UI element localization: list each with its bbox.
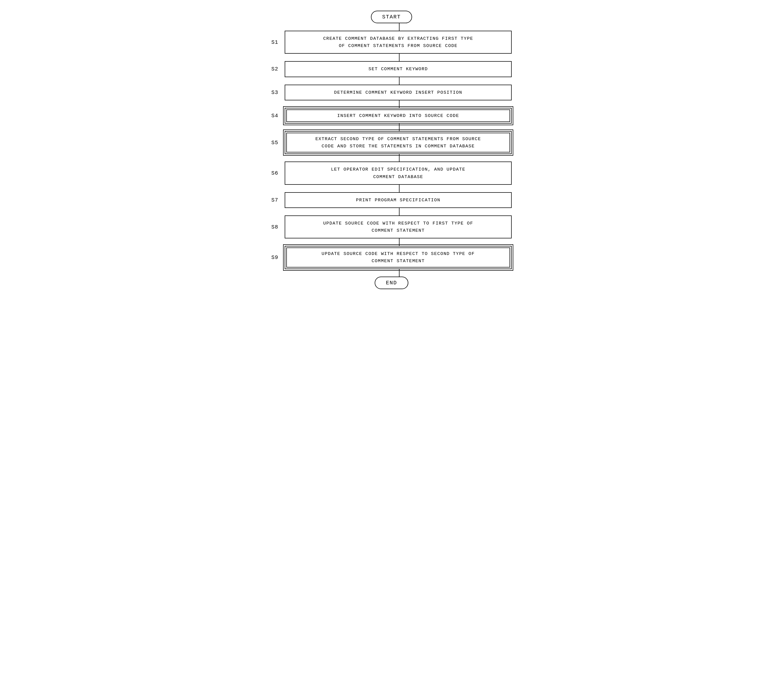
step-label-s2: S2 (271, 66, 285, 72)
connector-line (399, 77, 399, 85)
step-label-s4: S4 (271, 113, 285, 119)
process-box-s5: EXTRACT SECOND TYPE OF COMMENT STATEMENT… (285, 131, 512, 154)
step-row-s3: S3 DETERMINE COMMENT KEYWORD INSERT POSI… (271, 85, 512, 100)
process-box-s2: SET COMMENT KEYWORD (285, 61, 512, 77)
step-row-s4: S4 INSERT COMMENT KEYWORD INTO SOURCE CO… (271, 108, 512, 123)
process-box-s4: INSERT COMMENT KEYWORD INTO SOURCE CODE (285, 108, 512, 123)
connector-6 (271, 185, 512, 192)
step-row-s7: S7 PRINT PROGRAM SPECIFICATION (271, 192, 512, 208)
connector-line (399, 54, 399, 61)
connector-9 (271, 269, 512, 277)
step-label-s7: S7 (271, 197, 285, 203)
end-terminal: END (375, 277, 408, 289)
connector-line (399, 23, 399, 31)
connector-0 (271, 23, 512, 31)
step-label-s5: S5 (271, 140, 285, 146)
step-row-s2: S2 SET COMMENT KEYWORD (271, 61, 512, 77)
step-label-s8: S8 (271, 224, 285, 230)
start-terminal: START (371, 11, 412, 23)
connector-2 (271, 77, 512, 85)
connector-line (399, 208, 399, 215)
connector-line (399, 123, 399, 131)
connector-5 (271, 154, 512, 162)
process-box-s1: CREATE COMMENT DATABASE BY EXTRACTING FI… (285, 31, 512, 54)
connector-3 (271, 100, 512, 108)
connector-7 (271, 208, 512, 215)
process-box-s3: DETERMINE COMMENT KEYWORD INSERT POSITIO… (285, 85, 512, 100)
connector-4 (271, 123, 512, 131)
connector-line (399, 185, 399, 192)
process-box-s6: LET OPERATOR EDIT SPECIFICATION, AND UPD… (285, 162, 512, 185)
step-row-s1: S1 CREATE COMMENT DATABASE BY EXTRACTING… (271, 31, 512, 54)
flowchart: START S1 CREATE COMMENT DATABASE BY EXTR… (271, 11, 512, 289)
step-row-s9: S9 UPDATE SOURCE CODE WITH RESPECT TO SE… (271, 246, 512, 269)
step-label-s1: S1 (271, 39, 285, 45)
step-label-s3: S3 (271, 90, 285, 95)
connector-line (399, 100, 399, 108)
step-row-s8: S8 UPDATE SOURCE CODE WITH RESPECT TO FI… (271, 215, 512, 238)
process-box-s9: UPDATE SOURCE CODE WITH RESPECT TO SECON… (285, 246, 512, 269)
connector-line (399, 269, 399, 277)
step-label-s9: S9 (271, 255, 285, 260)
connector-1 (271, 54, 512, 61)
process-box-s7: PRINT PROGRAM SPECIFICATION (285, 192, 512, 208)
step-label-s6: S6 (271, 170, 285, 176)
connector-8 (271, 238, 512, 246)
step-row-s5: S5 EXTRACT SECOND TYPE OF COMMENT STATEM… (271, 131, 512, 154)
process-box-s8: UPDATE SOURCE CODE WITH RESPECT TO FIRST… (285, 215, 512, 238)
step-row-s6: S6 LET OPERATOR EDIT SPECIFICATION, AND … (271, 162, 512, 185)
connector-line (399, 238, 399, 246)
connector-line (399, 154, 399, 162)
